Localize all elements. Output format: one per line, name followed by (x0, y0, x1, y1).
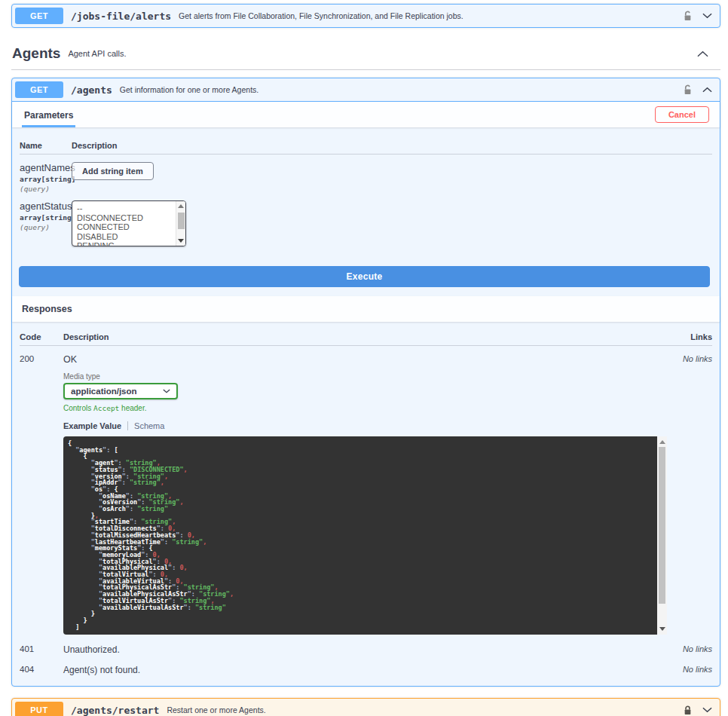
endpoint-jobs-file-alerts: GET /jobs-file/alerts Get alerts from Fi… (11, 4, 720, 28)
param-location: (query) (20, 185, 72, 193)
endpoint-description: Get alerts from File Collaboration, File… (179, 11, 676, 20)
responses-table: Code Description Links 200 OK Media type… (12, 322, 720, 686)
tab-example-value[interactable]: Example Value (63, 421, 121, 430)
media-type-value: application/json (71, 387, 137, 396)
add-string-item-button[interactable]: Add string item (72, 162, 154, 180)
example-json-code[interactable]: { "agents": [ { "agent": "string", "stat… (63, 436, 657, 635)
media-type-select[interactable]: application/json (63, 383, 178, 399)
response-row-401: 401 Unauthorized. No links (20, 635, 712, 655)
agents-section-header[interactable]: Agents Agent API calls. (11, 39, 720, 70)
endpoint-agents-restart-summary[interactable]: PUT /agents/restart Restart one or more … (12, 699, 720, 716)
endpoint-agents-body: Parameters Cancel Name Description agent… (12, 102, 720, 686)
agent-status-option[interactable]: PENDING (77, 241, 185, 246)
response-description: Unauthorized. (63, 644, 665, 655)
http-method-badge: GET (15, 81, 63, 98)
response-row-404: 404 Agent(s) not found. No links (20, 655, 712, 675)
execute-button[interactable]: Execute (19, 266, 710, 287)
example-json-block: { "agents": [ { "agent": "string", "stat… (63, 436, 667, 635)
param-type: array[string] (20, 213, 72, 222)
response-row-200: 200 OK Media type application/json Contr… (20, 346, 712, 635)
agent-status-option[interactable]: CONNECTED (77, 222, 185, 232)
authorize-locked-icon[interactable] (684, 705, 692, 716)
response-description: OK (63, 354, 667, 365)
agent-status-option[interactable]: -- (77, 203, 185, 213)
response-links: No links (683, 644, 712, 653)
param-name-header: Name (20, 141, 72, 150)
agent-status-select[interactable]: --DISCONNECTEDCONNECTEDDISABLEDPENDING (72, 200, 186, 246)
response-code: 404 (20, 665, 63, 675)
endpoint-agents-restart: PUT /agents/restart Restart one or more … (11, 698, 720, 716)
code-scrollbar[interactable] (657, 436, 667, 635)
responses-title: Responses (22, 296, 72, 322)
response-code: 401 (20, 644, 63, 655)
param-type: array[string] (20, 175, 72, 183)
tab-schema[interactable]: Schema (134, 421, 164, 430)
section-subtitle: Agent API calls. (68, 49, 126, 58)
swagger-page: GET /jobs-file/alerts Get alerts from Fi… (0, 0, 728, 716)
http-method-badge: PUT (15, 702, 63, 716)
parameters-table: Name Description agentNames array[string… (12, 127, 720, 257)
section-title: Agents (12, 45, 60, 62)
responses-header: Responses (12, 296, 720, 322)
response-links: No links (683, 354, 712, 363)
responses-description-header: Description (63, 332, 665, 341)
endpoint-path: /jobs-file/alerts (71, 11, 171, 22)
execute-wrapper: Execute (12, 257, 720, 296)
tab-divider (127, 421, 128, 430)
param-name: agentNames (20, 162, 72, 173)
scroll-up-icon[interactable] (178, 204, 184, 208)
scroll-down-icon[interactable] (178, 239, 184, 243)
chevron-down-icon[interactable] (702, 13, 712, 19)
responses-links-header: Links (665, 332, 712, 341)
scroll-up-icon[interactable] (659, 440, 665, 444)
http-method-badge: GET (15, 8, 63, 24)
endpoint-description: Restart one or more Agents. (167, 705, 676, 714)
endpoint-agents: GET /agents Get information for one or m… (11, 78, 720, 687)
media-type-label: Media type (63, 372, 667, 381)
param-row-agent-status: agentStatus array[string] (query) --DISC… (20, 200, 712, 246)
cancel-button[interactable]: Cancel (655, 106, 709, 123)
authorize-unlocked-icon[interactable] (684, 84, 692, 96)
endpoint-agents-summary[interactable]: GET /agents Get information for one or m… (12, 78, 720, 102)
chevron-down-icon (163, 389, 170, 393)
response-description: Agent(s) not found. (63, 665, 665, 675)
param-location: (query) (20, 223, 72, 231)
scroll-down-icon[interactable] (659, 627, 665, 631)
listbox-scrollbar[interactable] (176, 201, 185, 246)
tab-parameters[interactable]: Parameters (22, 102, 75, 127)
parameters-header: Parameters Cancel (12, 102, 720, 127)
responses-code-header: Code (20, 332, 63, 341)
authorize-unlocked-icon[interactable] (684, 11, 692, 22)
chevron-up-icon[interactable] (702, 87, 712, 93)
endpoint-path: /agents/restart (71, 705, 159, 716)
endpoint-jobs-file-alerts-summary[interactable]: GET /jobs-file/alerts Get alerts from Fi… (12, 5, 720, 27)
response-links: No links (683, 665, 712, 674)
param-row-agent-names: agentNames array[string] (query) Add str… (20, 162, 712, 193)
endpoint-description: Get information for one or more Agents. (120, 85, 676, 94)
scroll-thumb[interactable] (659, 447, 665, 604)
scroll-thumb[interactable] (178, 213, 185, 229)
controls-accept-note: Controls Accept header. (63, 404, 667, 412)
agent-status-options: --DISCONNECTEDCONNECTEDDISABLEDPENDING (72, 201, 185, 246)
param-name: agentStatus (20, 200, 72, 212)
chevron-up-icon[interactable] (697, 50, 708, 57)
chevron-down-icon[interactable] (702, 707, 712, 713)
agent-status-option[interactable]: DISABLED (77, 232, 185, 242)
agent-status-option[interactable]: DISCONNECTED (77, 213, 185, 223)
param-description-header: Description (72, 141, 712, 150)
endpoint-path: /agents (71, 84, 112, 96)
response-code: 200 (20, 354, 63, 635)
